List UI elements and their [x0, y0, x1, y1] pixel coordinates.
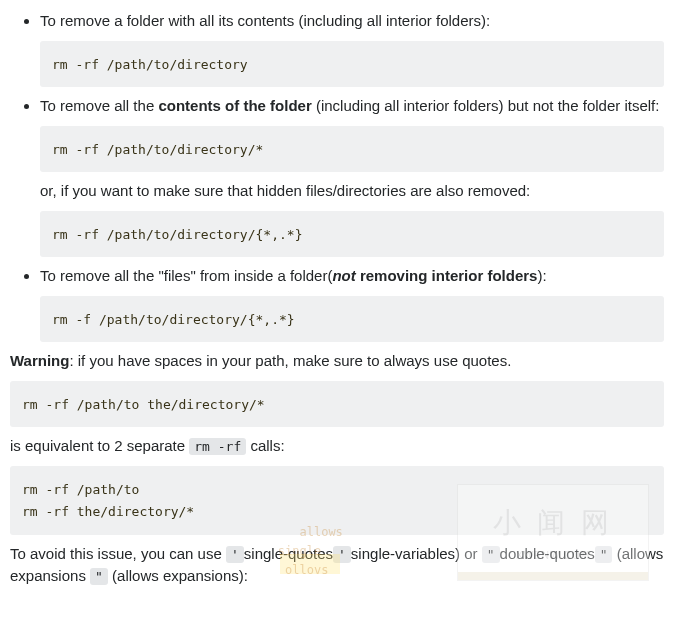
item-text: To remove all the "files" from inside a …: [40, 267, 332, 284]
watermark-sub: XWENW.COM: [516, 548, 590, 563]
inline-code: rm -rf: [189, 438, 246, 455]
avoid-text: (allows expansions):: [108, 567, 248, 584]
list-item: To remove a folder with all its contents…: [40, 10, 664, 87]
code-content: rm -rf /path/to/directory/{*,.*}: [52, 227, 302, 242]
inline-code: ': [333, 546, 351, 563]
bold-text: removing interior folders: [356, 267, 538, 284]
em-bold-text: not: [332, 267, 355, 284]
code-block: rm -rf /path/to the/directory/*: [10, 381, 664, 428]
code-content: rm -rf /path/to rm -rf the/directory/*: [22, 482, 194, 520]
code-content: rm -rf /path/to/directory/*: [52, 142, 263, 157]
code-block: rm -rf /path/to/directory: [40, 41, 664, 88]
code-content: rm -rf /path/to the/directory/*: [22, 397, 265, 412]
item-text: To remove a folder with all its contents…: [40, 12, 490, 29]
code-content: rm -rf /path/to/directory: [52, 57, 248, 72]
bold-text: contents of the folder: [158, 97, 311, 114]
item-text: or, if you want to make sure that hidden…: [40, 180, 664, 203]
warning-label: Warning: [10, 352, 69, 369]
list-item: To remove all the contents of the folder…: [40, 95, 664, 257]
code-content: rm -f /path/to/directory/{*,.*}: [52, 312, 295, 327]
watermark-logo-text: 小 闻 网: [493, 502, 613, 544]
warning-para: Warning: if you have spaces in your path…: [10, 350, 664, 373]
equiv-para: is equivalent to 2 separate rm -rf calls…: [10, 435, 664, 458]
instruction-list: To remove a folder with all its contents…: [10, 10, 664, 342]
equiv-post: calls:: [246, 437, 284, 454]
list-item: To remove all the "files" from inside a …: [40, 265, 664, 342]
item-text: (including all interior folders) but not…: [312, 97, 660, 114]
code-block: rm -rf /path/to/directory/{*,.*}: [40, 211, 664, 258]
equiv-pre: is equivalent to 2 separate: [10, 437, 189, 454]
item-text: To remove all the: [40, 97, 158, 114]
code-block: rm -f /path/to/directory/{*,.*}: [40, 296, 664, 343]
code-block: rm -rf /path/to/directory/*: [40, 126, 664, 173]
inline-code: ": [90, 568, 108, 585]
warning-text: : if you have spaces in your path, make …: [69, 352, 511, 369]
watermark-logo: 小 闻 网 XWENW.COM: [457, 484, 649, 581]
item-text: ):: [537, 267, 546, 284]
avoid-text: single-quotes: [244, 545, 333, 562]
avoid-text: To avoid this issue, you can use: [10, 545, 226, 562]
inline-code: ': [226, 546, 244, 563]
watermark-strip: [458, 572, 648, 580]
